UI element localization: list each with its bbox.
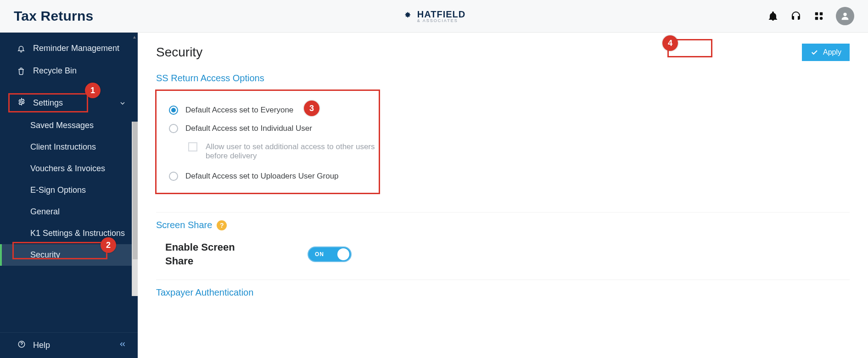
header-actions [767, 7, 854, 25]
main-content: Security Apply SS Return Access Options … [138, 33, 868, 358]
bell-icon[interactable] [767, 10, 779, 22]
headset-icon[interactable] [790, 10, 802, 22]
chevron-double-left-icon[interactable] [118, 340, 127, 351]
apps-grid-icon[interactable] [813, 10, 825, 22]
svg-rect-1 [820, 12, 823, 15]
sidebar: Reminder Management Recycle Bin Settings… [0, 33, 138, 358]
toggle-state: ON [315, 251, 324, 257]
bell-outline-icon [17, 44, 26, 53]
annotation-dot-1: 1 [85, 83, 101, 98]
sidebar-item-general[interactable]: General [0, 201, 138, 223]
apply-label: Apply [823, 48, 841, 56]
scroll-up-icon[interactable] [132, 33, 138, 37]
layout: Reminder Management Recycle Bin Settings… [0, 33, 868, 358]
user-avatar[interactable] [836, 7, 854, 25]
sidebar-item-recycle[interactable]: Recycle Bin [0, 60, 138, 82]
scrollbar[interactable] [132, 122, 138, 296]
sidebar-label: Help [33, 341, 50, 350]
section-title-screenshare: Screen Share ? [156, 220, 850, 230]
top-header: Tax Returns HATFIELD & ASSOCIATES [0, 0, 868, 33]
toggle-knob [337, 248, 349, 260]
apply-button[interactable]: Apply [802, 44, 850, 61]
chevron-down-icon [118, 99, 127, 107]
annotation-dot-4: 4 [662, 35, 678, 51]
sidebar-label: Recycle Bin [33, 66, 77, 76]
svg-rect-2 [815, 17, 818, 20]
app-title: Tax Returns [14, 8, 93, 24]
question-circle-icon [17, 340, 26, 351]
sidebar-item-client-instructions[interactable]: Client Instructions [0, 136, 138, 158]
section-title-auth: Taxpayer Authentication [156, 287, 850, 298]
logo-text: HATFIELD [417, 9, 465, 19]
annotation-box-2 [12, 242, 107, 259]
toggle-screenshare[interactable]: ON [308, 246, 352, 262]
trash-icon [17, 67, 26, 76]
annotation-box-1 [8, 93, 88, 112]
annotation-dot-2: 2 [101, 237, 116, 253]
annotation-dot-3: 3 [304, 101, 319, 116]
page-title: Security [156, 45, 202, 60]
section-title-text: Screen Share [156, 220, 212, 230]
page-head: Security Apply [138, 33, 868, 69]
sidebar-item-vouchers[interactable]: Vouchers & Invoices [0, 158, 138, 179]
svg-rect-3 [820, 17, 823, 20]
sidebar-label: Reminder Management [33, 44, 119, 53]
sidebar-item-esign[interactable]: E-Sign Options [0, 179, 138, 201]
enable-screenshare-row: Enable Screen Share ON [156, 239, 850, 268]
check-icon [810, 48, 818, 56]
brand-logo: HATFIELD & ASSOCIATES [403, 9, 465, 23]
enable-screenshare-label: Enable Screen Share [165, 241, 243, 268]
sidebar-item-k1[interactable]: K1 Settings & Instructions [0, 223, 138, 244]
logo-icon [403, 11, 413, 21]
divider [156, 280, 850, 280]
divider [156, 212, 850, 213]
svg-rect-0 [815, 12, 818, 15]
sidebar-item-saved-messages[interactable]: Saved Messages [0, 115, 138, 136]
sidebar-item-reminder[interactable]: Reminder Management [0, 37, 138, 60]
help-tip-icon[interactable]: ? [217, 220, 227, 230]
section-auth: Taxpayer Authentication [138, 284, 868, 314]
sidebar-item-help[interactable]: Help [0, 332, 138, 358]
section-title-access: SS Return Access Options [156, 73, 850, 84]
annotation-box-3 [155, 90, 380, 194]
logo-subtext: & ASSOCIATES [417, 19, 465, 23]
section-screenshare: Screen Share ? Enable Screen Share ON [138, 216, 868, 276]
svg-point-4 [843, 13, 846, 16]
